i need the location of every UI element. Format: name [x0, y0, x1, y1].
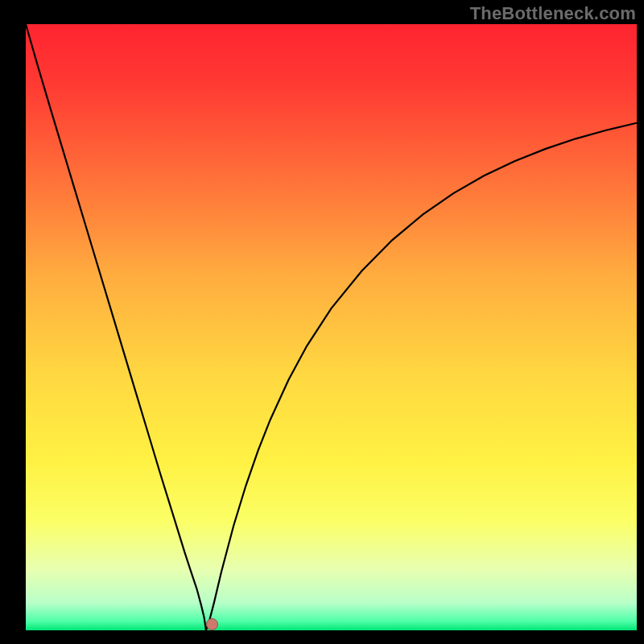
- minimum-marker: [207, 618, 218, 630]
- bottleneck-curve: [26, 24, 637, 630]
- plot-area: [26, 24, 637, 630]
- chart-stage: TheBottleneck.com: [0, 0, 644, 644]
- watermark-text: TheBottleneck.com: [470, 3, 636, 24]
- curve-layer: [26, 24, 637, 630]
